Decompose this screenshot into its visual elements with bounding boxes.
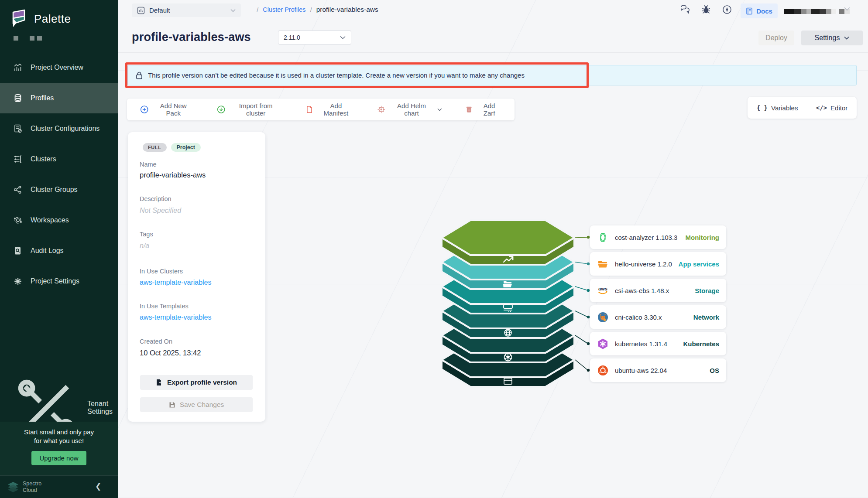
promo-text-line1: Start small and only pay [0,422,118,437]
add-manifest-label: Add Manifest [317,102,354,117]
book-icon [746,7,753,15]
save-changes-button[interactable]: Save Changes [140,397,253,412]
project-selector[interactable]: Default [132,3,241,17]
alert-message: This profile version can’t be edited bec… [148,72,525,79]
import-from-cluster-button[interactable]: Import from cluster [217,102,282,117]
export-profile-version-button[interactable]: Export profile version [140,375,253,390]
sidebar-item-clusters[interactable]: Clusters [0,144,118,174]
profile-version-value: 2.11.0 [284,34,340,41]
folder-icon [597,258,609,270]
zarf-icon [465,105,473,114]
pack-category: Monitoring [686,234,719,241]
sidebar-item-label: Project Overview [31,64,83,72]
sidebar-item-label: Cluster Configurations [31,125,99,133]
view-toggle: { } Variables </> Editor [748,97,857,119]
pack-card-kubernetes[interactable]: kubernetes 1.31.4 Kubernetes [590,332,726,355]
sidebar-collapse-button[interactable]: ❮ [95,482,101,491]
pack-card-csi-aws-ebs[interactable]: aws csi-aws-ebs 1.48.x Storage [590,279,726,302]
sidebar-item-cluster-configurations[interactable]: Cluster Configurations [0,113,118,144]
pack-label: csi-aws-ebs 1.48.x [615,287,689,294]
breadcrumb: / Cluster Profiles / profile-variables-a… [257,6,378,14]
workspaces-icon [13,215,23,225]
pack-label: kubernetes 1.31.4 [615,340,677,348]
spectro-cloud-label: Spectro Cloud [23,481,41,493]
chat-icon[interactable] [680,4,690,15]
editor-label: Editor [830,104,847,112]
import-from-cluster-label: Import from cluster [229,102,282,117]
sidebar-item-profiles[interactable]: Profiles [0,83,118,113]
upgrade-now-button[interactable]: Upgrade now [31,451,86,465]
add-zarf-button[interactable]: Add Zarf [465,102,501,117]
breadcrumb-link-cluster-profiles[interactable]: Cluster Profiles [263,6,305,13]
add-helm-chart-label: Add Helm chart [390,102,433,117]
add-manifest-button[interactable]: Add Manifest [305,102,354,117]
user-menu-redacted-name[interactable] [784,9,850,14]
export-profile-version-label: Export profile version [167,379,237,386]
project-icon [137,7,145,14]
sidebar-item-project-settings[interactable]: Project Settings [0,266,118,297]
variables-label: Variables [771,104,798,112]
aws-icon: aws [597,285,609,297]
kubernetes-icon [597,338,609,350]
spectro-cloud-logo-icon [7,481,19,493]
clusters-icon [13,154,23,164]
compass-icon[interactable] [722,4,732,15]
sidebar-item-label: Clusters [31,155,56,163]
sidebar-item-workspaces[interactable]: Workspaces [0,205,118,235]
profile-scope-badge: Project [171,143,201,152]
breadcrumb-separator: / [257,6,258,14]
calico-icon [597,311,609,323]
user-menu-chevron-icon[interactable] [844,7,850,11]
braces-icon: { } [757,104,768,111]
palette-logo[interactable]: Palette [10,9,71,29]
svg-text:aws: aws [598,286,607,291]
project-overview-icon [13,63,23,72]
stack-connectors [573,219,591,392]
pack-card-ubuntu-aws[interactable]: ubuntu-aws 22.04 OS [590,358,726,382]
header-divider [118,52,868,53]
cluster-configurations-icon [13,124,23,133]
profile-version-select[interactable]: 2.11.0 [278,31,351,44]
profile-details-card: FULL Project Name profile-variables-aws … [128,132,265,422]
variables-button[interactable]: { } Variables [757,104,798,112]
in-use-clusters-link[interactable]: aws-template-variables [140,279,212,287]
docs-button[interactable]: Docs [741,3,778,18]
add-new-pack-button[interactable]: Add New Pack [140,102,194,117]
upgrade-promo: Start small and only pay for what you us… [0,422,118,475]
pack-category: App services [679,260,719,268]
deploy-button[interactable]: Deploy [758,31,794,45]
kubecost-icon [597,232,609,243]
profile-layer-stack[interactable] [440,219,576,392]
pack-card-cost-analyzer[interactable]: cost-analyzer 1.103.3 Monitoring [590,225,726,249]
sidebar-item-label: Workspaces [31,216,69,224]
chevron-down-icon [230,9,236,12]
sidebar-item-label: Audit Logs [31,247,64,255]
sidebar-item-project-overview[interactable]: Project Overview [0,52,118,83]
pack-card-hello-universe[interactable]: hello-universe 1.2.0 App services [590,252,726,276]
settings-button[interactable]: Settings [801,31,863,45]
tags-label: Tags [140,231,153,238]
name-value: profile-variables-aws [140,171,206,179]
sidebar-item-label: Project Settings [31,277,79,285]
sidebar-item-audit-logs[interactable]: Audit Logs [0,235,118,266]
add-helm-chart-button[interactable]: Add Helm chart [377,102,442,117]
sidebar-item-tenant-settings[interactable]: Tenant Settings [0,395,118,421]
code-icon: </> [816,104,827,111]
pack-card-cni-calico[interactable]: cni-calico 3.30.x Network [590,305,726,329]
sidebar-nav: Project Overview Profiles Cluster Config… [0,52,118,297]
settings-label: Settings [815,34,840,42]
lock-icon [136,72,143,79]
in-use-templates-link[interactable]: aws-template-variables [140,314,212,321]
pack-category: Kubernetes [683,340,719,348]
description-label: Description [140,195,172,202]
export-icon [156,379,163,386]
save-icon [169,402,175,408]
sidebar-item-label: Tenant Settings [87,400,118,416]
description-value: Not Specified [140,207,181,215]
sidebar-item-cluster-groups[interactable]: Cluster Groups [0,174,118,205]
page-title: profile-variables-aws [132,31,251,44]
editor-button[interactable]: </> Editor [816,104,847,112]
bug-report-icon[interactable] [701,4,711,15]
plus-circle-icon [140,105,148,114]
pack-label: ubuntu-aws 22.04 [615,367,703,374]
